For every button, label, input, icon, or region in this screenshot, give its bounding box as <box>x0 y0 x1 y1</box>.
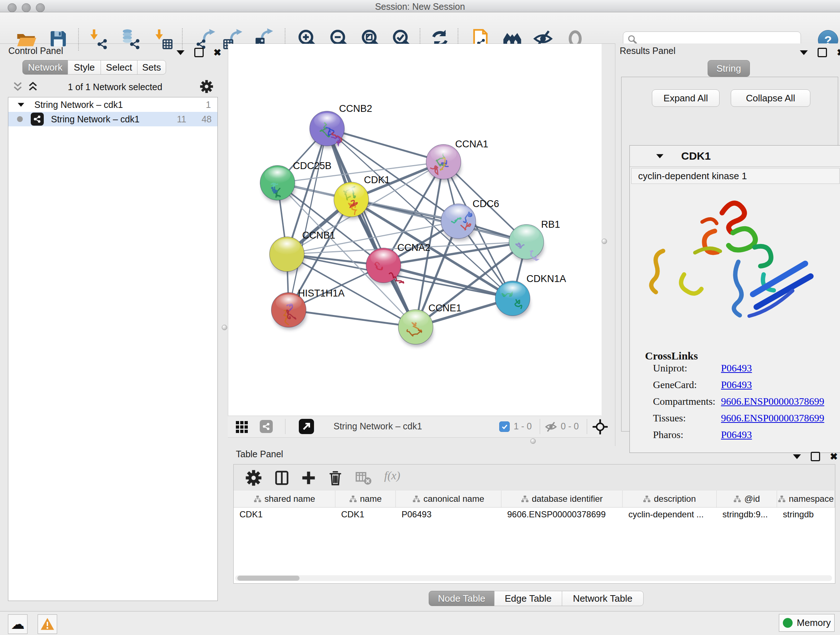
protein-expander-icon[interactable] <box>656 154 663 158</box>
node-label: CDKN1A <box>526 273 566 284</box>
protein-header[interactable]: CDK1 <box>630 146 840 167</box>
column-type-icon <box>349 495 357 503</box>
crosslink-value-link[interactable]: P06493 <box>721 363 752 374</box>
crosslink-row: Pharos:P06493 <box>653 426 834 443</box>
network-name: String Network – cdk1 <box>51 114 140 125</box>
panel-menu-icon[interactable] <box>793 454 801 459</box>
table-cell[interactable]: stringdb <box>777 507 835 522</box>
expand-all-button[interactable]: Expand All <box>652 89 720 107</box>
status-bar: ☁ Memory <box>0 611 840 635</box>
network-tree: String Network – cdk1 1 String Network –… <box>8 97 218 601</box>
collapse-all-networks-icon[interactable] <box>11 80 24 93</box>
tab-sets[interactable]: Sets <box>137 60 166 74</box>
column-header[interactable]: namespace <box>777 491 835 507</box>
results-panel-title: Results Panel <box>620 46 676 56</box>
network-canvas[interactable]: CCNB2CCNA1CDC25BCDK1CDC6RB1CCNB1CCNA2CDK… <box>228 44 602 416</box>
table-toolbar: f(x) <box>234 464 835 491</box>
float-panel-icon[interactable] <box>818 48 827 57</box>
close-panel-icon[interactable]: ✖ <box>213 49 221 56</box>
network-options-gear-icon[interactable] <box>200 80 213 93</box>
memory-button[interactable]: Memory <box>779 614 835 632</box>
delete-column-trash-icon[interactable] <box>327 470 344 486</box>
close-panel-icon[interactable]: ✖ <box>830 453 838 460</box>
column-header[interactable]: canonical name <box>396 491 501 507</box>
table-cell[interactable]: CDK1 <box>234 507 335 522</box>
table-row[interactable]: CDK1CDK1P064939606.ENSP00000378699cyclin… <box>234 507 835 522</box>
tab-select[interactable]: Select <box>101 60 137 74</box>
crosslink-value-link[interactable]: P06493 <box>721 429 752 440</box>
tab-style[interactable]: Style <box>68 60 101 74</box>
control-panel-title: Control Panel <box>8 46 63 56</box>
crosslink-value-link[interactable]: 9606.ENSP00000378699 <box>721 396 824 407</box>
column-label: description <box>654 494 696 504</box>
horizontal-scrollbar[interactable] <box>235 575 832 581</box>
table-cell[interactable]: CDK1 <box>335 507 396 522</box>
column-header[interactable]: shared name <box>234 491 335 507</box>
table-tabs: Node Table Edge Table Network Table <box>429 591 644 606</box>
crosslink-label: Tissues: <box>653 412 721 424</box>
fit-content-crosshair-icon[interactable] <box>592 419 608 434</box>
hidden-eye-icon[interactable] <box>545 421 557 433</box>
memory-status-dot <box>783 618 793 628</box>
add-column-icon[interactable] <box>300 470 317 486</box>
collection-expander-icon[interactable] <box>18 103 24 107</box>
tab-string[interactable]: String <box>707 60 750 77</box>
string-results-box: Expand All Collapse All CDK1 cyclin-depe… <box>621 77 838 432</box>
node-label: CDC25B <box>293 160 332 171</box>
right-splitter-handle[interactable] <box>602 239 607 244</box>
cloud-status-icon[interactable]: ☁ <box>8 614 27 634</box>
results-tabs: String <box>707 60 750 77</box>
node-label: CCNA2 <box>397 242 431 253</box>
column-type-icon <box>521 495 529 503</box>
table-gear-icon[interactable] <box>245 470 262 486</box>
collapse-all-button[interactable]: Collapse All <box>731 89 810 107</box>
selected-checkbox-icon[interactable] <box>499 421 510 432</box>
tab-node-table[interactable]: Node Table <box>429 591 494 606</box>
tab-network[interactable]: Network <box>22 60 68 74</box>
network-edge[interactable] <box>289 128 327 310</box>
panel-menu-icon[interactable] <box>800 50 808 55</box>
network-selection-status: 1 of 1 Network selected <box>46 82 184 92</box>
crosslink-value-link[interactable]: P06493 <box>721 379 752 391</box>
crosslink-label: Pharos: <box>653 429 721 440</box>
column-header[interactable]: @id <box>717 491 777 507</box>
title-bar: Session: New Session <box>0 0 840 12</box>
network-edge-count: 48 <box>186 114 212 125</box>
node-label: RB1 <box>541 219 561 230</box>
node-label: CCNA1 <box>455 139 488 149</box>
crosslink-value-link[interactable]: 9606.ENSP00000378699 <box>721 412 824 424</box>
column-header[interactable]: description <box>622 491 717 507</box>
table-cell[interactable]: P06493 <box>396 507 501 522</box>
node-label: HIST1H1A <box>298 288 344 299</box>
scrollbar-thumb[interactable] <box>237 576 300 581</box>
tab-edge-table[interactable]: Edge Table <box>494 591 562 606</box>
expand-all-networks-icon[interactable] <box>27 80 39 93</box>
network-view-toolbar: String Network – cdk1 1 - 0 0 - 0 <box>228 416 601 438</box>
float-panel-icon[interactable] <box>811 452 820 461</box>
warning-icon[interactable] <box>38 614 57 634</box>
crosslink-label: Uniprot: <box>653 363 721 374</box>
node-label: CCNB2 <box>339 103 372 114</box>
column-header[interactable]: name <box>335 491 396 507</box>
column-header[interactable]: database identifier <box>501 491 622 507</box>
horizontal-splitter-handle[interactable] <box>531 439 536 444</box>
table-cell[interactable]: stringdb:9... <box>717 507 777 522</box>
panel-menu-icon[interactable] <box>177 50 185 55</box>
network-edge[interactable] <box>289 310 416 327</box>
node-label: CCNE1 <box>428 302 462 314</box>
network-view-share-icon[interactable] <box>260 420 273 433</box>
network-row[interactable]: String Network – cdk1 11 48 <box>8 112 218 126</box>
table-cell[interactable]: cyclin-dependent ... <box>622 507 717 522</box>
table-cell[interactable]: 9606.ENSP00000378699 <box>501 507 622 522</box>
show-columns-icon[interactable] <box>273 470 290 486</box>
tab-network-table[interactable]: Network Table <box>562 591 644 606</box>
detach-view-icon[interactable] <box>299 419 314 434</box>
left-splitter-handle[interactable] <box>222 325 227 330</box>
column-label: database identifier <box>532 494 603 504</box>
grid-view-icon[interactable] <box>236 421 248 433</box>
main-toolbar: ? <box>0 12 840 44</box>
network-collection-row[interactable]: String Network – cdk1 1 <box>8 97 218 112</box>
column-type-icon <box>778 495 786 503</box>
close-panel-icon[interactable]: ✖ <box>837 49 840 56</box>
float-panel-icon[interactable] <box>194 48 204 57</box>
